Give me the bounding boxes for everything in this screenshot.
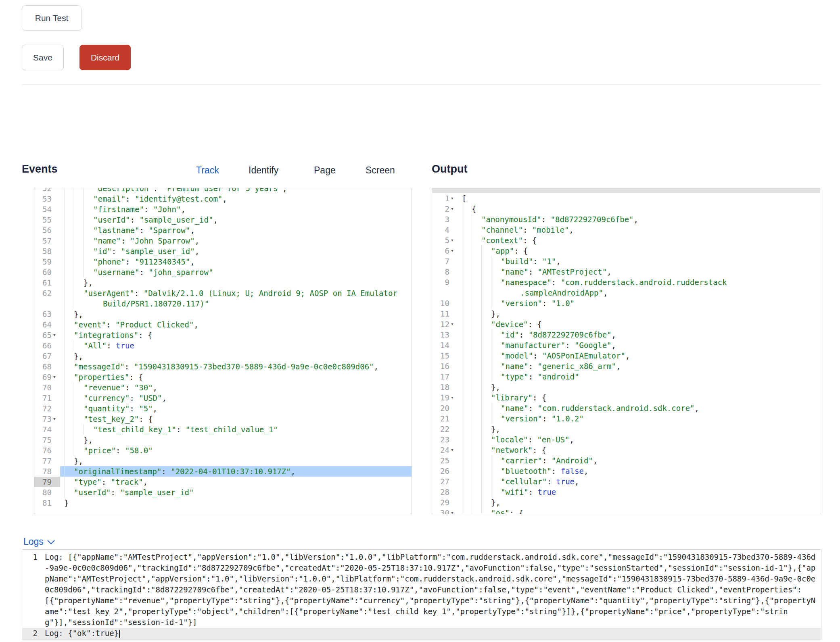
code-line[interactable]: 4"channel": "mobile", xyxy=(432,225,820,235)
code-line[interactable]: 64"event": "Product Clicked", xyxy=(34,319,412,330)
code-line[interactable]: 58"id": "sample_user_id", xyxy=(34,246,412,256)
gutter-cell[interactable]: 17 xyxy=(432,371,458,382)
gutter-cell[interactable]: 15 xyxy=(432,350,458,361)
gutter-cell[interactable]: 20 xyxy=(432,403,458,413)
code-line[interactable]: 79"type": "track", xyxy=(34,477,412,487)
gutter-cell[interactable]: 80 xyxy=(34,487,60,498)
gutter-cell[interactable]: 68 xyxy=(34,361,60,372)
fold-arrow-icon[interactable]: ▾ xyxy=(449,193,458,204)
gutter-cell[interactable]: 3 xyxy=(432,214,458,225)
log-entry[interactable]: 1Log: [{"appName":"AMTestProject","appVe… xyxy=(22,552,821,628)
events-json-editor[interactable]: 52"description": "Premium user for 5 yea… xyxy=(34,188,412,514)
gutter-cell[interactable]: 5▾ xyxy=(432,235,458,246)
gutter-cell[interactable]: 13 xyxy=(432,329,458,340)
code-line[interactable]: 65▾"integrations": { xyxy=(34,330,412,340)
logs-toggle[interactable]: Logs xyxy=(23,536,54,547)
code-line[interactable]: 69▾"properties": { xyxy=(34,372,412,382)
output-json-editor[interactable]: 1▾[2▾{3"anonymousId": "8d872292709c6fbe"… xyxy=(432,188,820,514)
tab-page[interactable]: Page xyxy=(314,165,336,176)
gutter-cell[interactable]: 2▾ xyxy=(432,204,458,214)
gutter-cell[interactable]: 18 xyxy=(432,382,458,392)
gutter-cell[interactable]: 79 xyxy=(34,477,60,487)
gutter-cell[interactable]: 54 xyxy=(34,204,60,215)
gutter-cell[interactable]: 73▾ xyxy=(34,414,60,424)
fold-arrow-icon[interactable]: ▾ xyxy=(449,246,458,256)
save-button[interactable]: Save xyxy=(22,45,64,70)
code-line[interactable]: 73▾"test_key_2": { xyxy=(34,414,412,424)
gutter-cell[interactable]: 62 xyxy=(34,288,60,298)
code-line[interactable]: 5▾"context": { xyxy=(432,235,820,246)
code-line[interactable]: 53"email": "identify@test.com", xyxy=(34,194,412,204)
gutter-cell[interactable]: 58 xyxy=(34,246,60,256)
gutter-cell[interactable]: 14 xyxy=(432,340,458,350)
fold-arrow-icon[interactable]: ▾ xyxy=(52,414,60,424)
gutter-cell[interactable]: 78 xyxy=(34,466,60,477)
gutter-cell[interactable]: 63 xyxy=(34,309,60,319)
code-line[interactable]: 1▾[ xyxy=(432,193,820,204)
code-line[interactable]: 27"cellular": true, xyxy=(432,476,820,487)
code-line[interactable]: 14"manufacturer": "Google", xyxy=(432,340,820,350)
code-line[interactable]: 13"id": "8d872292709c6fbe", xyxy=(432,329,820,340)
gutter-cell[interactable]: 60 xyxy=(34,267,60,277)
gutter-cell[interactable]: 9 xyxy=(432,277,458,288)
gutter-cell[interactable]: 65▾ xyxy=(34,330,60,340)
gutter-cell[interactable]: 56 xyxy=(34,225,60,236)
gutter-cell[interactable]: 61 xyxy=(34,277,60,288)
code-line[interactable]: 9"namespace": "com.rudderstack.android.r… xyxy=(432,277,820,298)
code-line[interactable]: 54"firstname": "John", xyxy=(34,204,412,215)
code-line[interactable]: 72"quantity": "5", xyxy=(34,403,412,414)
gutter-cell[interactable]: 29 xyxy=(432,497,458,508)
code-line[interactable]: 74"test_child_key_1": "test_child_value_… xyxy=(34,424,412,435)
gutter-cell[interactable]: 64 xyxy=(34,319,60,330)
code-line[interactable]: 24▾"network": { xyxy=(432,445,820,455)
fold-arrow-icon[interactable]: ▾ xyxy=(52,372,60,382)
gutter-cell[interactable]: 72 xyxy=(34,403,60,414)
code-line[interactable]: 57"name": "John Sparrow", xyxy=(34,236,412,246)
gutter-cell[interactable]: 59 xyxy=(34,256,60,267)
code-line[interactable]: 17"type": "android" xyxy=(432,371,820,382)
tab-screen[interactable]: Screen xyxy=(366,165,395,176)
code-line[interactable]: 80"userId": "sample_user_id" xyxy=(34,487,412,498)
code-line[interactable]: 70"revenue": "30", xyxy=(34,382,412,393)
code-line[interactable]: 30▾"os": { xyxy=(432,508,820,514)
fold-arrow-icon[interactable]: ▾ xyxy=(449,445,458,455)
code-line[interactable]: 71"currency": "USD", xyxy=(34,393,412,403)
gutter-cell[interactable]: 27 xyxy=(432,476,458,487)
code-line[interactable]: 66"All": true xyxy=(34,340,412,351)
gutter-cell[interactable]: 77 xyxy=(34,456,60,466)
code-line[interactable]: 19▾"library": { xyxy=(432,392,820,403)
gutter-cell[interactable]: 53 xyxy=(34,194,60,204)
gutter-cell[interactable]: 10 xyxy=(432,298,458,308)
gutter-cell[interactable]: 12▾ xyxy=(432,319,458,329)
discard-button[interactable]: Discard xyxy=(79,45,131,70)
code-line[interactable]: 7"build": "1", xyxy=(432,256,820,267)
gutter-cell[interactable]: 1▾ xyxy=(432,193,458,204)
code-line[interactable]: 22}, xyxy=(432,424,820,434)
code-line[interactable]: 60"username": "john_sparrow" xyxy=(34,267,412,277)
code-line[interactable]: 12▾"device": { xyxy=(432,319,820,329)
code-line[interactable]: 67}, xyxy=(34,351,412,361)
gutter-cell[interactable]: 71 xyxy=(34,393,60,403)
gutter-cell[interactable]: 19▾ xyxy=(432,392,458,403)
code-line[interactable]: 20"name": "com.rudderstack.android.sdk.c… xyxy=(432,403,820,413)
code-line[interactable]: 68"messageId": "1590431830915-73bed370-5… xyxy=(34,361,412,372)
code-line[interactable]: 8"name": "AMTestProject", xyxy=(432,267,820,277)
gutter-cell[interactable]: 70 xyxy=(34,382,60,393)
gutter-cell[interactable]: 69▾ xyxy=(34,372,60,382)
code-line[interactable]: 21"version": "1.0.2" xyxy=(432,413,820,424)
code-line[interactable]: 52"description": "Premium user for 5 yea… xyxy=(34,188,412,194)
run-test-button[interactable]: Run Test xyxy=(22,5,81,31)
code-line[interactable]: 78"originalTimestamp": "2022-04-01T10:37… xyxy=(34,466,412,477)
code-line[interactable]: 62"userAgent": "Dalvik/2.1.0 (Linux; U; … xyxy=(34,288,412,309)
fold-arrow-icon[interactable]: ▾ xyxy=(449,235,458,246)
gutter-cell[interactable]: 23 xyxy=(432,434,458,445)
code-line[interactable]: 28"wifi": true xyxy=(432,487,820,497)
gutter-cell[interactable]: 24▾ xyxy=(432,445,458,455)
code-line[interactable]: 59"phone": "9112340345", xyxy=(34,256,412,267)
log-entry[interactable]: 2Log: {"ok":true} xyxy=(22,628,821,639)
gutter-cell[interactable]: 11 xyxy=(432,308,458,319)
fold-arrow-icon[interactable]: ▾ xyxy=(449,392,458,403)
code-line[interactable]: 55"userId": "sample_user_id", xyxy=(34,215,412,225)
code-line[interactable]: 2▾{ xyxy=(432,204,820,214)
gutter-cell[interactable]: 67 xyxy=(34,351,60,361)
